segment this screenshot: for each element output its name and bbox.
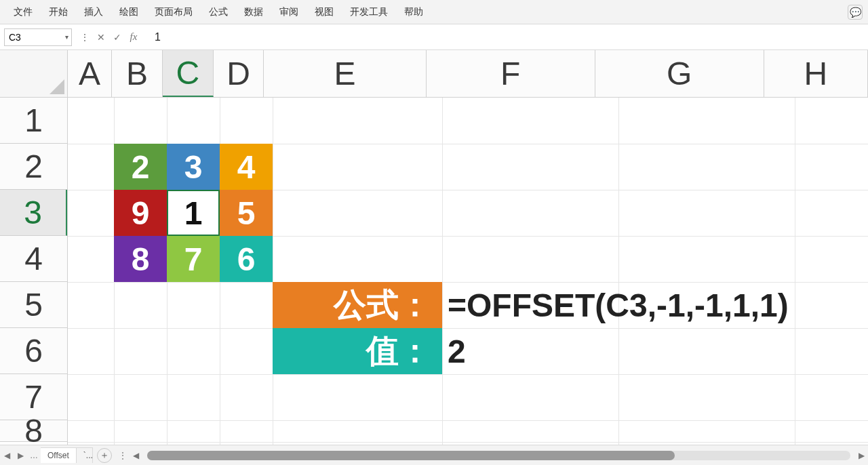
menu-item-draw[interactable]: 绘图 <box>111 2 146 22</box>
menu-item-home[interactable]: 开始 <box>41 2 76 22</box>
label-value[interactable]: 值： <box>273 328 442 374</box>
formula-input[interactable] <box>151 28 864 46</box>
column-header-E[interactable]: E <box>264 50 426 97</box>
column-header-B[interactable]: B <box>112 50 163 97</box>
menu-item-help[interactable]: 帮助 <box>396 2 431 22</box>
result-value[interactable]: 2 <box>442 328 868 374</box>
cell-B3[interactable]: 9 <box>114 190 167 236</box>
scroll-right-icon[interactable]: ▶ <box>854 448 868 463</box>
tab-nav-prev-icon[interactable]: ◀ <box>0 448 14 463</box>
cell-B2[interactable]: 2 <box>114 144 167 190</box>
row-header-4[interactable]: 4 <box>0 236 67 282</box>
cancel-formula-icon[interactable]: ✕ <box>94 30 108 45</box>
new-sheet-button[interactable]: ＋ <box>97 448 112 463</box>
cell-C4[interactable]: 7 <box>167 236 220 282</box>
spreadsheet-grid: ABCDEFGH 12345678 234915876公式：值：=OFFSET(… <box>0 50 868 445</box>
column-header-C[interactable]: C <box>163 50 214 97</box>
menu-item-devtools[interactable]: 开发工具 <box>342 2 396 22</box>
column-header-F[interactable]: F <box>427 50 595 97</box>
column-header-H[interactable]: H <box>764 50 868 97</box>
horizontal-scrollbar[interactable] <box>147 451 850 460</box>
name-box-value: C3 <box>9 32 21 43</box>
accept-formula-icon[interactable]: ✓ <box>110 30 125 45</box>
row-header-6[interactable]: 6 <box>0 328 67 374</box>
row-header-1[interactable]: 1 <box>0 98 67 144</box>
sheet-tab-active[interactable]: Offset <box>41 447 77 463</box>
row-header-5[interactable]: 5 <box>0 282 67 328</box>
row-header-8[interactable]: 8 <box>0 420 67 442</box>
menu-item-view[interactable]: 视图 <box>307 2 342 22</box>
cell-B4[interactable]: 8 <box>114 236 167 282</box>
cell-D2[interactable]: 4 <box>220 144 273 190</box>
cell-D4[interactable]: 6 <box>220 236 273 282</box>
chevron-down-icon[interactable]: ▾ <box>65 33 68 41</box>
menu-item-data[interactable]: 数据 <box>236 2 271 22</box>
insert-function-icon[interactable]: fx <box>126 30 141 45</box>
cell-C3[interactable]: 1 <box>167 190 220 236</box>
column-header-D[interactable]: D <box>214 50 264 97</box>
tab-nav-more-icon[interactable]: … <box>27 448 41 463</box>
sheet-tab-bar: ◀ ▶ … Offset `... ＋ ⋮ ◀ ▶ <box>0 445 868 465</box>
menu-item-insert[interactable]: 插入 <box>76 2 111 22</box>
column-header-A[interactable]: A <box>68 50 112 97</box>
comment-icon[interactable]: 💬 <box>848 5 863 20</box>
menu-item-file[interactable]: 文件 <box>5 2 41 22</box>
row-header-2[interactable]: 2 <box>0 144 67 190</box>
namebox-more-icon[interactable]: ⋮ <box>77 30 92 45</box>
formula-bar-row: C3 ▾ ⋮ ✕ ✓ fx <box>0 24 868 50</box>
menu-item-pagelayout[interactable]: 页面布局 <box>146 2 201 22</box>
column-header-G[interactable]: G <box>595 50 764 97</box>
scroll-left-icon[interactable]: ◀ <box>130 448 143 463</box>
cell-C2[interactable]: 3 <box>167 144 220 190</box>
tab-nav-next-icon[interactable]: ▶ <box>14 448 27 463</box>
cell-D3[interactable]: 5 <box>220 190 273 236</box>
name-box[interactable]: C3 ▾ <box>4 28 72 46</box>
select-all-corner[interactable] <box>0 50 68 98</box>
tab-options-icon[interactable]: ⋮ <box>116 448 130 463</box>
menu-item-formulas[interactable]: 公式 <box>201 2 236 22</box>
sheet-tab-2[interactable]: `... <box>77 447 93 463</box>
label-formula[interactable]: 公式： <box>273 282 442 328</box>
row-header-3[interactable]: 3 <box>0 190 67 236</box>
menu-bar: 文件 开始 插入 绘图 页面布局 公式 数据 审阅 视图 开发工具 帮助 💬 <box>0 0 868 24</box>
result-formula[interactable]: =OFFSET(C3,-1,-1,1,1) <box>442 282 868 328</box>
menu-item-review[interactable]: 审阅 <box>271 2 307 22</box>
